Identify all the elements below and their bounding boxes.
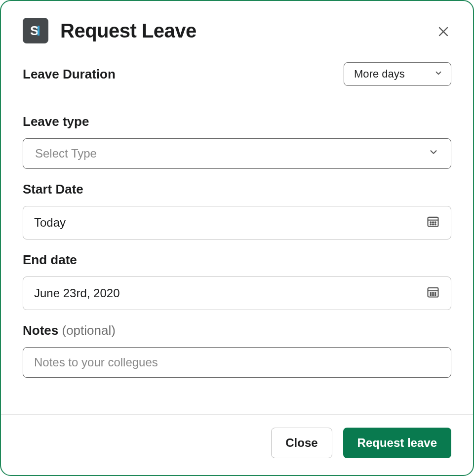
end-date-label: End date — [23, 252, 451, 268]
close-button[interactable]: Close — [271, 428, 332, 458]
end-date-field: End date June 23rd, 2020 — [23, 252, 451, 310]
calendar-icon — [426, 285, 440, 302]
chevron-down-icon — [434, 68, 443, 80]
end-date-input[interactable]: June 23rd, 2020 — [23, 277, 451, 310]
leave-type-select[interactable]: Select Type — [23, 138, 451, 169]
modal-header: S Request Leave — [1, 1, 473, 54]
leave-type-placeholder: Select Type — [35, 147, 97, 160]
svg-point-7 — [433, 222, 434, 223]
modal-footer: Close Request leave — [1, 414, 473, 475]
request-leave-modal: S Request Leave Leave Duration More days… — [0, 0, 474, 476]
notes-optional-text: (optional) — [62, 323, 115, 338]
svg-point-9 — [430, 224, 431, 225]
leave-duration-row: Leave Duration More days — [23, 59, 451, 100]
svg-text:S: S — [30, 23, 39, 38]
svg-point-10 — [433, 224, 434, 225]
app-icon: S — [23, 18, 48, 43]
notes-label: Notes (optional) — [23, 323, 451, 338]
svg-point-6 — [430, 222, 431, 223]
start-date-value: Today — [34, 216, 66, 230]
svg-point-8 — [435, 222, 436, 223]
leave-duration-label: Leave Duration — [23, 67, 116, 82]
svg-point-17 — [430, 294, 431, 295]
svg-rect-1 — [38, 26, 40, 36]
start-date-field: Start Date Today — [23, 182, 451, 239]
leave-type-field: Leave type Select Type — [23, 114, 451, 169]
notes-label-text: Notes — [23, 323, 58, 338]
svg-point-18 — [433, 294, 434, 295]
close-icon[interactable] — [435, 24, 451, 40]
leave-type-label: Leave type — [23, 114, 451, 129]
svg-point-14 — [430, 292, 431, 293]
modal-title: Request Leave — [60, 20, 197, 42]
chevron-down-icon — [428, 147, 439, 160]
svg-point-15 — [433, 292, 434, 293]
svg-point-11 — [435, 224, 436, 225]
end-date-value: June 23rd, 2020 — [34, 286, 119, 300]
modal-body: Leave Duration More days Leave type Sele… — [1, 54, 473, 414]
calendar-icon — [426, 214, 440, 231]
notes-field: Notes (optional) — [23, 323, 451, 378]
svg-point-19 — [435, 294, 436, 295]
leave-duration-value: More days — [354, 68, 405, 80]
start-date-label: Start Date — [23, 182, 451, 197]
start-date-input[interactable]: Today — [23, 206, 451, 239]
leave-duration-select[interactable]: More days — [344, 62, 451, 86]
notes-input[interactable] — [23, 347, 451, 378]
svg-point-16 — [435, 292, 436, 293]
request-leave-button[interactable]: Request leave — [343, 428, 451, 458]
